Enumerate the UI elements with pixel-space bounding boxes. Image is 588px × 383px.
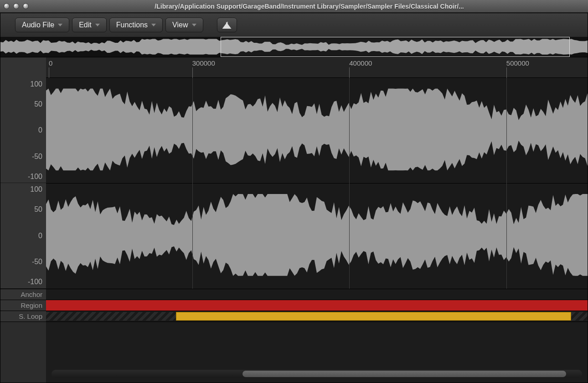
time-tick-label: 0 (49, 59, 52, 67)
functions-menu-label: Functions (116, 21, 148, 29)
edit-menu[interactable]: Edit (72, 18, 107, 32)
ruler-gutter (0, 57, 46, 78)
window-title: /Library/Application Support/GarageBand/… (34, 3, 584, 10)
amplitude-tick-label: 0 (38, 232, 42, 240)
audio-file-menu-label: Audio File (22, 21, 54, 29)
waveform-area: 100500-50-100 100500-50-100 (0, 78, 588, 289)
edit-menu-label: Edit (79, 21, 92, 29)
sloop-label: S. Loop (0, 311, 46, 322)
crossfade-icon (222, 21, 232, 29)
crossfade-button[interactable] (217, 18, 237, 32)
overview-selection[interactable] (221, 37, 570, 57)
amplitude-tick-label: -100 (28, 278, 42, 286)
functions-menu[interactable]: Functions (109, 18, 163, 32)
sloop-lane: S. Loop (0, 311, 588, 322)
amplitude-tick-label: -50 (32, 258, 42, 266)
chevron-down-icon (95, 24, 100, 26)
time-tick-mark (506, 67, 507, 78)
close-window-button[interactable] (4, 3, 10, 9)
region-track[interactable] (46, 300, 588, 311)
bottom-canvas (46, 322, 588, 383)
region-label: Region (0, 300, 46, 311)
scrollbar-thumb[interactable] (242, 371, 566, 377)
amplitude-tick-label: 100 (30, 185, 42, 194)
zoom-window-button[interactable] (23, 3, 29, 9)
traffic-lights (4, 3, 29, 9)
region-bar[interactable] (46, 300, 588, 311)
audio-file-menu[interactable]: Audio File (15, 18, 69, 32)
sloop-track[interactable] (46, 311, 588, 322)
view-menu-label: View (172, 21, 188, 29)
bottom-area (0, 322, 588, 383)
amplitude-tick-label: 50 (34, 205, 42, 214)
time-tick-label: 300000 (192, 59, 215, 67)
waveform-canvas[interactable] (46, 78, 588, 289)
minimize-window-button[interactable] (13, 3, 19, 9)
amplitude-tick-label: -100 (28, 173, 42, 181)
grid-line (506, 78, 507, 289)
anchor-lane: Anchor (0, 289, 588, 300)
bottom-gutter (0, 322, 46, 383)
time-tick-mark (49, 67, 49, 78)
amplitude-tick-label: 100 (30, 80, 42, 88)
time-ruler[interactable]: 0300000400000500000 (46, 57, 588, 78)
grid-line (192, 78, 193, 289)
chevron-down-icon (192, 24, 196, 26)
waveform-overview[interactable] (0, 37, 588, 57)
time-tick-label: 400000 (349, 59, 372, 67)
time-ruler-row: 0300000400000500000 (0, 57, 588, 78)
sloop-bar[interactable] (176, 312, 571, 321)
time-tick-label: 500000 (506, 59, 529, 67)
time-tick-mark (192, 67, 193, 78)
anchor-label: Anchor (0, 289, 46, 300)
amplitude-tick-label: 0 (38, 126, 42, 134)
amplitude-gutter: 100500-50-100 100500-50-100 (0, 78, 46, 289)
chevron-down-icon (58, 24, 62, 26)
grid-line (349, 78, 350, 289)
chevron-down-icon (151, 24, 156, 26)
amplitude-tick-label: -50 (32, 153, 42, 161)
anchor-track[interactable] (46, 289, 588, 300)
region-lane: Region (0, 300, 588, 311)
window-titlebar: /Library/Application Support/GarageBand/… (0, 0, 588, 13)
amplitude-axis-ch1: 100500-50-100 (0, 78, 46, 183)
view-menu[interactable]: View (165, 18, 203, 32)
amplitude-tick-label: 50 (34, 100, 42, 108)
horizontal-scrollbar[interactable] (52, 370, 582, 378)
editor-toolbar: Audio File Edit Functions View (0, 13, 588, 37)
time-tick-mark (349, 67, 350, 78)
amplitude-axis-ch2: 100500-50-100 (0, 183, 46, 288)
